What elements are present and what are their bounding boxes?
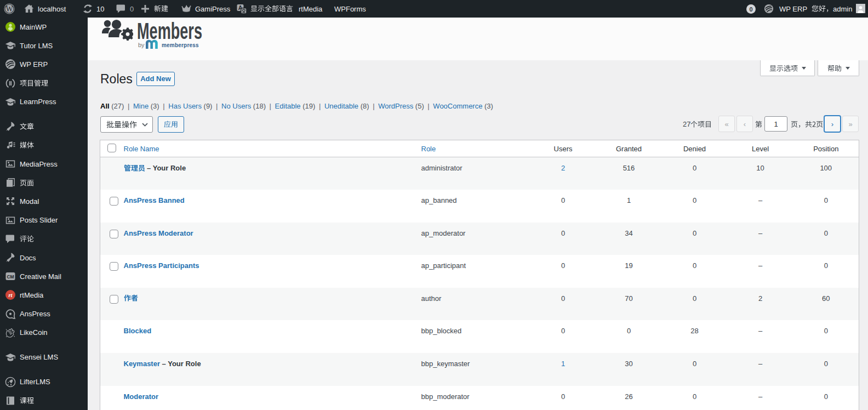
svg-text:rt: rt: [8, 292, 13, 298]
svg-text:W: W: [5, 5, 13, 13]
svg-text:CM: CM: [7, 274, 14, 280]
